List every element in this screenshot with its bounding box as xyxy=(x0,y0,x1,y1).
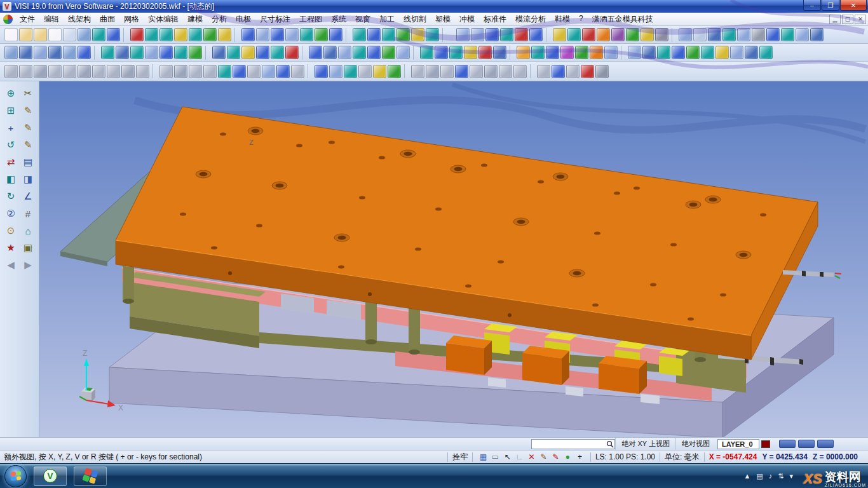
action-center-icon[interactable]: ▾ xyxy=(789,472,793,480)
toolbar-icon[interactable] xyxy=(737,28,750,41)
toolbar-icon[interactable] xyxy=(553,28,566,41)
toolbar-icon[interactable] xyxy=(218,28,231,41)
search-box[interactable] xyxy=(531,439,615,449)
toolbar-icon[interactable] xyxy=(4,65,18,78)
toolbar-icon[interactable] xyxy=(19,65,32,78)
toolbar-icon[interactable] xyxy=(19,28,32,41)
toolbar-icon[interactable] xyxy=(107,65,120,78)
3d-viewport[interactable]: Z xyxy=(39,81,868,437)
toolbar-icon[interactable] xyxy=(116,46,129,59)
layers-icon[interactable]: ▤ xyxy=(20,154,36,170)
layer-color-swatch[interactable] xyxy=(761,440,770,448)
draw-mode-icon[interactable]: ✎ xyxy=(538,452,550,461)
app-taskbar-button[interactable] xyxy=(74,466,107,486)
toolbar-icon[interactable] xyxy=(78,46,91,59)
toolbar-icon[interactable] xyxy=(63,46,76,59)
toolbar-icon[interactable] xyxy=(752,28,765,41)
toolbar-icon[interactable] xyxy=(611,28,625,41)
menu-item-加工[interactable]: 加工 xyxy=(375,13,399,26)
regen-icon[interactable]: ↻ xyxy=(3,188,19,205)
menu-item-工程图[interactable]: 工程图 xyxy=(295,13,327,26)
selection-box-icon[interactable]: ▭ xyxy=(489,452,501,461)
lock-view-icon[interactable]: ⊙ xyxy=(3,222,19,239)
network-icon[interactable]: ⇅ xyxy=(778,472,783,480)
toolbar-icon[interactable] xyxy=(420,46,433,59)
toolbar-icon[interactable] xyxy=(515,28,528,41)
toolbar-icon[interactable] xyxy=(63,28,76,41)
mdi-close-button[interactable]: ✕ xyxy=(855,15,866,24)
modify-pencil-icon[interactable]: ✎ xyxy=(20,137,36,153)
toolbar-icon[interactable] xyxy=(101,46,114,59)
zoom-window-icon[interactable]: ⊞ xyxy=(3,102,19,119)
toolbar-icon[interactable] xyxy=(388,65,401,78)
toolbar-icon[interactable] xyxy=(271,28,284,41)
toolbar-icon[interactable] xyxy=(517,46,530,59)
absolute-view-button[interactable]: 绝对视图 xyxy=(675,438,715,450)
toolbar-icon[interactable] xyxy=(329,28,342,41)
toolbar-icon[interactable] xyxy=(715,46,729,59)
toolbar-icon[interactable] xyxy=(382,46,395,59)
toolbar-icon[interactable] xyxy=(485,28,499,41)
toolbar-icon[interactable] xyxy=(810,28,824,41)
toolbar-icon[interactable] xyxy=(567,28,581,41)
toolbar-icon[interactable] xyxy=(759,46,773,59)
toolbar-icon[interactable] xyxy=(285,46,299,59)
toolbar-icon[interactable] xyxy=(358,65,372,78)
toolbar-icon[interactable] xyxy=(4,46,18,59)
toolbar-icon[interactable] xyxy=(575,46,588,59)
shade-mode-icon[interactable]: ◧ xyxy=(3,171,19,187)
menu-item-尺寸标注[interactable]: 尺寸标注 xyxy=(255,13,295,26)
toolbar-icon[interactable] xyxy=(338,46,351,59)
menu-item-线切割[interactable]: 线切割 xyxy=(399,13,431,26)
wireframe-mode-icon[interactable]: ◨ xyxy=(20,171,36,187)
toolbar-icon[interactable] xyxy=(373,65,386,78)
layer-selector[interactable]: LAYER_0 xyxy=(717,439,759,449)
toolbar-icon[interactable] xyxy=(552,65,565,78)
toolbar-icon[interactable] xyxy=(411,65,424,78)
toolbar-icon[interactable] xyxy=(655,28,668,41)
menu-item-模流分析[interactable]: 模流分析 xyxy=(511,13,550,26)
toolbar-icon[interactable] xyxy=(411,28,424,41)
toolbar-icon[interactable] xyxy=(367,46,381,59)
menu-item-建模[interactable]: 建模 xyxy=(183,13,207,26)
toolbar-icon[interactable] xyxy=(218,65,231,78)
volume-icon[interactable]: ♪ xyxy=(769,472,773,480)
maximize-button[interactable]: ❐ xyxy=(822,0,839,11)
show-hidden-icon[interactable]: ▲ xyxy=(743,472,750,480)
toolbar-icon[interactable] xyxy=(470,65,483,78)
toolbar-icon[interactable] xyxy=(19,46,32,59)
menu-item-编辑[interactable]: 编辑 xyxy=(39,13,64,26)
toolbar-icon[interactable] xyxy=(285,28,299,41)
menu-item-分析[interactable]: 分析 xyxy=(207,13,231,26)
menu-item-视窗[interactable]: 视窗 xyxy=(351,13,375,26)
menu-item-线架构[interactable]: 线架构 xyxy=(64,13,95,26)
menu-item-标准件[interactable]: 标准件 xyxy=(479,13,511,26)
forward-icon[interactable]: ▶ xyxy=(20,257,36,273)
toolbar-icon[interactable] xyxy=(513,65,527,78)
toolbar-icon[interactable] xyxy=(92,28,105,41)
toolbar-icon[interactable] xyxy=(315,28,328,41)
toolbar-icon[interactable] xyxy=(130,28,144,41)
toolbar-icon[interactable] xyxy=(309,46,322,59)
minimize-button[interactable]: – xyxy=(803,0,821,11)
toolbar-icon[interactable] xyxy=(34,46,47,59)
toolbar-icon[interactable] xyxy=(145,46,158,59)
toolbar-icon[interactable] xyxy=(121,65,135,78)
search-input[interactable] xyxy=(532,440,606,448)
toolbar-icon[interactable] xyxy=(701,46,714,59)
toolbar-icon[interactable] xyxy=(582,28,595,41)
redline-icon[interactable]: ✎ xyxy=(550,452,562,461)
toolbar-icon[interactable] xyxy=(693,28,707,41)
toolbar-icon[interactable] xyxy=(291,65,304,78)
toolbar-icon[interactable] xyxy=(500,28,513,41)
toolbar-icon[interactable] xyxy=(382,28,395,41)
toolbar-icon[interactable] xyxy=(529,28,543,41)
toolbar-icon[interactable] xyxy=(581,65,594,78)
toolbar-icon[interactable] xyxy=(130,46,144,59)
toolbar-icon[interactable] xyxy=(203,28,217,41)
toolbar-icon[interactable] xyxy=(708,28,721,41)
toolbar-icon[interactable] xyxy=(537,65,550,78)
snap-point-icon[interactable]: ● xyxy=(562,452,574,461)
toolbar-icon[interactable] xyxy=(397,46,410,59)
toolbar-icon[interactable] xyxy=(484,65,498,78)
